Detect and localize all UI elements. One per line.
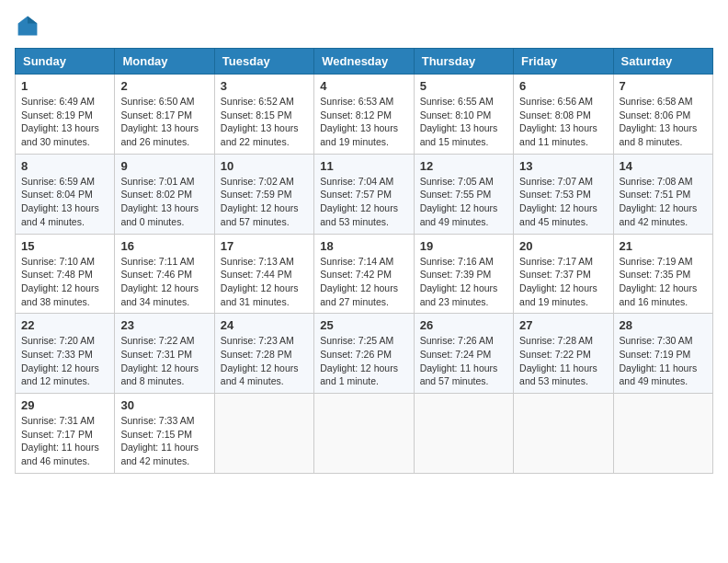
day-header-wednesday: Wednesday (314, 49, 414, 75)
day-number: 23 (120, 318, 208, 332)
calendar-cell: 20Sunrise: 7:17 AM Sunset: 7:37 PM Dayli… (514, 234, 613, 314)
cell-content: Sunrise: 7:01 AM Sunset: 8:02 PM Dayligh… (120, 175, 208, 229)
calendar-table: SundayMondayTuesdayWednesdayThursdayFrid… (15, 48, 713, 474)
cell-content: Sunrise: 7:08 AM Sunset: 7:51 PM Dayligh… (620, 175, 707, 229)
cell-content: Sunrise: 7:14 AM Sunset: 7:42 PM Dayligh… (320, 255, 407, 309)
day-number: 15 (21, 239, 108, 253)
calendar-cell (613, 394, 712, 474)
day-number: 3 (221, 79, 308, 93)
page-header (15, 15, 713, 37)
cell-content: Sunrise: 6:49 AM Sunset: 8:19 PM Dayligh… (21, 95, 108, 149)
day-number: 2 (120, 79, 208, 93)
cell-content: Sunrise: 6:52 AM Sunset: 8:15 PM Dayligh… (221, 95, 308, 149)
cell-content: Sunrise: 7:04 AM Sunset: 7:57 PM Dayligh… (320, 175, 407, 229)
cell-content: Sunrise: 6:55 AM Sunset: 8:10 PM Dayligh… (420, 95, 507, 149)
calendar-cell: 12Sunrise: 7:05 AM Sunset: 7:55 PM Dayli… (414, 154, 513, 234)
day-header-thursday: Thursday (414, 49, 513, 75)
day-number: 28 (620, 318, 707, 332)
calendar-cell: 19Sunrise: 7:16 AM Sunset: 7:39 PM Dayli… (414, 234, 513, 314)
day-number: 13 (519, 159, 607, 173)
calendar-cell (514, 394, 613, 474)
calendar-body: 1Sunrise: 6:49 AM Sunset: 8:19 PM Daylig… (16, 75, 713, 474)
logo-icon (17, 15, 39, 37)
day-number: 8 (21, 159, 108, 173)
day-number: 9 (120, 159, 208, 173)
calendar-week-row: 29Sunrise: 7:31 AM Sunset: 7:17 PM Dayli… (16, 394, 713, 474)
calendar-week-row: 1Sunrise: 6:49 AM Sunset: 8:19 PM Daylig… (16, 75, 713, 155)
calendar-cell: 17Sunrise: 7:13 AM Sunset: 7:44 PM Dayli… (214, 234, 313, 314)
day-number: 6 (519, 79, 607, 93)
logo (15, 15, 39, 37)
cell-content: Sunrise: 7:11 AM Sunset: 7:46 PM Dayligh… (120, 255, 208, 309)
cell-content: Sunrise: 7:28 AM Sunset: 7:22 PM Dayligh… (519, 334, 607, 388)
cell-content: Sunrise: 7:17 AM Sunset: 7:37 PM Dayligh… (519, 255, 607, 309)
day-number: 29 (21, 398, 108, 412)
cell-content: Sunrise: 6:59 AM Sunset: 8:04 PM Dayligh… (21, 175, 108, 229)
svg-marker-1 (28, 17, 37, 24)
calendar-week-row: 22Sunrise: 7:20 AM Sunset: 7:33 PM Dayli… (16, 314, 713, 394)
calendar-cell: 30Sunrise: 7:33 AM Sunset: 7:15 PM Dayli… (115, 394, 214, 474)
day-number: 22 (21, 318, 108, 332)
calendar-cell: 21Sunrise: 7:19 AM Sunset: 7:35 PM Dayli… (613, 234, 712, 314)
cell-content: Sunrise: 6:50 AM Sunset: 8:17 PM Dayligh… (120, 95, 208, 149)
cell-content: Sunrise: 7:13 AM Sunset: 7:44 PM Dayligh… (221, 255, 308, 309)
cell-content: Sunrise: 7:19 AM Sunset: 7:35 PM Dayligh… (620, 255, 707, 309)
day-number: 18 (320, 239, 407, 253)
day-number: 26 (420, 318, 507, 332)
calendar-cell (414, 394, 513, 474)
day-number: 12 (420, 159, 507, 173)
calendar-cell: 16Sunrise: 7:11 AM Sunset: 7:46 PM Dayli… (115, 234, 214, 314)
calendar-cell: 7Sunrise: 6:58 AM Sunset: 8:06 PM Daylig… (613, 75, 712, 155)
calendar-cell: 15Sunrise: 7:10 AM Sunset: 7:48 PM Dayli… (16, 234, 115, 314)
cell-content: Sunrise: 7:07 AM Sunset: 7:53 PM Dayligh… (519, 175, 607, 229)
day-number: 19 (420, 239, 507, 253)
calendar-cell: 4Sunrise: 6:53 AM Sunset: 8:12 PM Daylig… (314, 75, 414, 155)
cell-content: Sunrise: 7:33 AM Sunset: 7:15 PM Dayligh… (120, 414, 208, 468)
day-number: 1 (21, 79, 108, 93)
calendar-cell: 5Sunrise: 6:55 AM Sunset: 8:10 PM Daylig… (414, 75, 513, 155)
cell-content: Sunrise: 7:26 AM Sunset: 7:24 PM Dayligh… (420, 334, 507, 388)
calendar-cell: 13Sunrise: 7:07 AM Sunset: 7:53 PM Dayli… (514, 154, 613, 234)
cell-content: Sunrise: 7:16 AM Sunset: 7:39 PM Dayligh… (420, 255, 507, 309)
calendar-cell: 9Sunrise: 7:01 AM Sunset: 8:02 PM Daylig… (115, 154, 214, 234)
day-number: 27 (519, 318, 607, 332)
day-number: 11 (320, 159, 407, 173)
cell-content: Sunrise: 7:30 AM Sunset: 7:19 PM Dayligh… (620, 334, 707, 388)
calendar-cell: 23Sunrise: 7:22 AM Sunset: 7:31 PM Dayli… (115, 314, 214, 394)
day-header-tuesday: Tuesday (214, 49, 313, 75)
day-number: 25 (320, 318, 407, 332)
calendar-cell: 24Sunrise: 7:23 AM Sunset: 7:28 PM Dayli… (214, 314, 313, 394)
cell-content: Sunrise: 7:02 AM Sunset: 7:59 PM Dayligh… (221, 175, 308, 229)
calendar-cell (314, 394, 414, 474)
cell-content: Sunrise: 6:53 AM Sunset: 8:12 PM Dayligh… (320, 95, 407, 149)
calendar-cell: 3Sunrise: 6:52 AM Sunset: 8:15 PM Daylig… (214, 75, 313, 155)
calendar-cell: 14Sunrise: 7:08 AM Sunset: 7:51 PM Dayli… (613, 154, 712, 234)
day-number: 14 (620, 159, 707, 173)
calendar-cell: 10Sunrise: 7:02 AM Sunset: 7:59 PM Dayli… (214, 154, 313, 234)
day-number: 30 (120, 398, 208, 412)
cell-content: Sunrise: 7:25 AM Sunset: 7:26 PM Dayligh… (320, 334, 407, 388)
day-header-saturday: Saturday (613, 49, 712, 75)
calendar-cell: 1Sunrise: 6:49 AM Sunset: 8:19 PM Daylig… (16, 75, 115, 155)
calendar-cell: 26Sunrise: 7:26 AM Sunset: 7:24 PM Dayli… (414, 314, 513, 394)
day-number: 21 (620, 239, 707, 253)
cell-content: Sunrise: 7:23 AM Sunset: 7:28 PM Dayligh… (221, 334, 308, 388)
calendar-week-row: 8Sunrise: 6:59 AM Sunset: 8:04 PM Daylig… (16, 154, 713, 234)
calendar-week-row: 15Sunrise: 7:10 AM Sunset: 7:48 PM Dayli… (16, 234, 713, 314)
calendar-cell: 2Sunrise: 6:50 AM Sunset: 8:17 PM Daylig… (115, 75, 214, 155)
day-header-monday: Monday (115, 49, 214, 75)
cell-content: Sunrise: 7:20 AM Sunset: 7:33 PM Dayligh… (21, 334, 108, 388)
day-number: 10 (221, 159, 308, 173)
calendar-cell: 6Sunrise: 6:56 AM Sunset: 8:08 PM Daylig… (514, 75, 613, 155)
calendar-cell: 25Sunrise: 7:25 AM Sunset: 7:26 PM Dayli… (314, 314, 414, 394)
calendar-cell: 22Sunrise: 7:20 AM Sunset: 7:33 PM Dayli… (16, 314, 115, 394)
day-number: 20 (519, 239, 607, 253)
day-number: 4 (320, 79, 407, 93)
day-number: 7 (620, 79, 707, 93)
day-number: 5 (420, 79, 507, 93)
cell-content: Sunrise: 7:10 AM Sunset: 7:48 PM Dayligh… (21, 255, 108, 309)
calendar-cell: 28Sunrise: 7:30 AM Sunset: 7:19 PM Dayli… (613, 314, 712, 394)
calendar-cell: 8Sunrise: 6:59 AM Sunset: 8:04 PM Daylig… (16, 154, 115, 234)
day-number: 24 (221, 318, 308, 332)
day-number: 17 (221, 239, 308, 253)
